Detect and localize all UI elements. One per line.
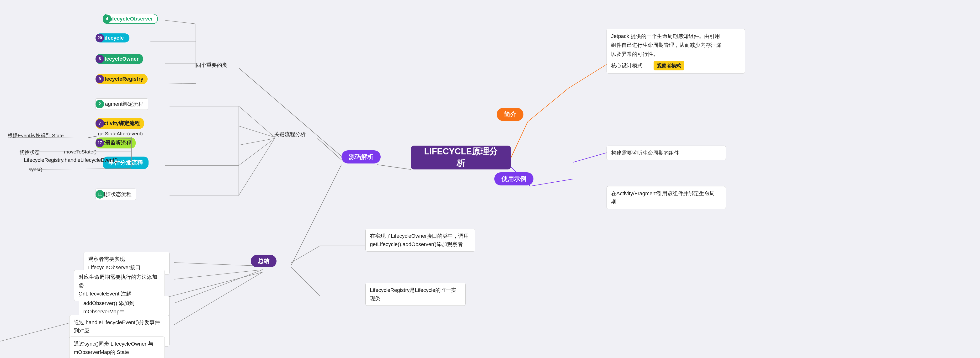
svg-line-15 bbox=[239, 138, 275, 165]
badge-20: 20 bbox=[95, 34, 104, 42]
switch-state-label: 切换状态 bbox=[19, 149, 40, 155]
svg-line-31 bbox=[291, 246, 320, 263]
usage-example-label: 使用示例 bbox=[501, 175, 526, 183]
lifecycle-registry-node: 9 LifecycleRegistry bbox=[95, 74, 148, 84]
usage-item2-box: 在Activity/Fragment引用该组件并绑定生命周 期 bbox=[606, 186, 726, 209]
key-flow-label: 关键流程分析 bbox=[274, 131, 305, 138]
intro-main-text: Jetpack 提供的一个生命周期感知组件。由引用 组件自己进行生命周期管理，从… bbox=[611, 32, 740, 59]
svg-line-38 bbox=[530, 179, 573, 186]
svg-line-36 bbox=[528, 88, 568, 122]
sync-state-text: 通过sync()同步 LifecycleOwner 与 mObserverMap… bbox=[74, 341, 153, 355]
svg-line-1 bbox=[318, 138, 342, 160]
usage-item2-text: 在Activity/Fragment引用该组件并绑定生命周 期 bbox=[611, 190, 715, 205]
svg-line-26 bbox=[174, 263, 262, 266]
svg-line-13 bbox=[239, 126, 275, 137]
lifecycle-observer-node: 4 LifecycleObserver bbox=[103, 14, 158, 24]
svg-line-4 bbox=[511, 122, 528, 157]
badge-9: 9 bbox=[95, 75, 104, 83]
source-analysis-label: 源码解析 bbox=[348, 153, 374, 161]
observer-pattern-badge: 观察者模式 bbox=[654, 61, 684, 70]
sync-state-box: 通过sync()同步 LifecycleOwner 与 mObserverMap… bbox=[69, 336, 165, 358]
sync-flow-node: 11 同步状态流程 bbox=[95, 189, 136, 200]
svg-line-2 bbox=[239, 68, 342, 156]
fragment-flow-node: 2 Fragment绑定流程 bbox=[95, 98, 148, 110]
badge-7: 7 bbox=[95, 119, 104, 128]
intro-design-pattern-label: 核心设计模式 bbox=[611, 61, 643, 70]
usage-item1-box: 构建需要监听生命周期的组件 bbox=[606, 146, 726, 160]
activity-flow-node: 7 Activity绑定流程 bbox=[95, 118, 144, 129]
svg-line-14 bbox=[239, 138, 275, 145]
add-observer-text: addObserver() 添加到 mObserverMap中 bbox=[83, 300, 134, 315]
summary-label: 总结 bbox=[258, 257, 269, 265]
svg-line-37 bbox=[568, 65, 606, 88]
lifecycle-registry-only-box: LifecycleRegistry是Lifecycle的唯一实现类 bbox=[365, 283, 466, 306]
source-analysis-node: 源码解析 bbox=[342, 150, 381, 163]
get-state-after-method: getStateAfter(event) bbox=[98, 131, 143, 136]
svg-line-27 bbox=[174, 270, 262, 279]
svg-line-11 bbox=[165, 83, 196, 84]
summary-node: 总结 bbox=[251, 255, 277, 267]
badge-11: 11 bbox=[95, 190, 104, 198]
lifecycle-owner-node: 8 LifecycleOwner bbox=[95, 54, 143, 64]
lifecycle-owner-impl-text: 在实现了LifecycleOwner接口的类中，调用 getLifecycle(… bbox=[370, 233, 469, 247]
badge-17: 17 bbox=[95, 139, 104, 147]
simple-intro-label: 简介 bbox=[504, 110, 516, 119]
move-to-state-method: moveToState() bbox=[64, 149, 97, 155]
svg-line-41 bbox=[573, 153, 606, 162]
intro-text-box: Jetpack 提供的一个生命周期感知组件。由引用 组件自己进行生命周期管理，从… bbox=[606, 29, 745, 73]
center-node: LIFECYCLE原理分析 bbox=[411, 146, 511, 169]
usage-item1-text: 构建需要监听生命周期的组件 bbox=[611, 150, 679, 156]
observer-impl-text: 观察者需要实现LifecycleObserver接口 bbox=[88, 256, 141, 271]
svg-line-29 bbox=[174, 272, 262, 325]
svg-line-12 bbox=[239, 106, 275, 137]
lifecycle-registry-only-text: LifecycleRegistry是Lifecycle的唯一实现类 bbox=[370, 287, 456, 301]
badge-4: 4 bbox=[103, 14, 111, 23]
svg-line-3 bbox=[291, 165, 342, 265]
svg-line-16 bbox=[239, 138, 275, 195]
center-label: LIFECYCLE原理分析 bbox=[420, 146, 501, 169]
get-state-after-desc: 根据Event转换得到 State bbox=[8, 132, 64, 139]
sync-method: sync() bbox=[29, 166, 42, 172]
svg-line-0 bbox=[377, 165, 411, 169]
svg-line-32 bbox=[291, 267, 320, 296]
usage-example-node: 使用示例 bbox=[494, 172, 533, 185]
lifecycle-owner-impl-box: 在实现了LifecycleOwner接口的类中，调用 getLifecycle(… bbox=[365, 229, 475, 252]
simple-intro-node: 简介 bbox=[497, 108, 523, 121]
method-add-text: 对应生命周期需要执行的方法添加 @ OnLifecycleEvent 注解 bbox=[79, 274, 158, 297]
lifecycle-node: 20 Lifecycle bbox=[95, 33, 129, 43]
listen-flow-node: 17 注册监听流程 bbox=[95, 138, 136, 149]
svg-line-28 bbox=[174, 270, 262, 303]
handle-lifecycle-event-label: LifecycleRegistry.handleLifecycleEvent() bbox=[24, 157, 118, 163]
badge-2: 2 bbox=[95, 100, 104, 108]
badge-8: 8 bbox=[95, 55, 104, 63]
svg-line-8 bbox=[165, 20, 196, 24]
four-classes-label: 四个重要的类 bbox=[196, 62, 228, 69]
